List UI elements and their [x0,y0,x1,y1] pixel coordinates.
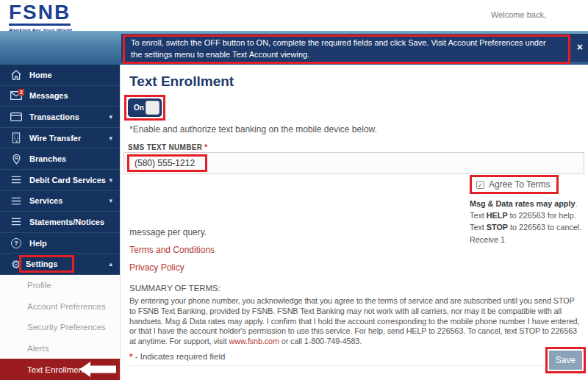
submenu-item-security-preferences[interactable]: Security Preferences [0,317,120,338]
sidebar-item-transactions[interactable]: Transactions ▾ [0,107,120,128]
rates-disclaimer-continued: message per query. [129,227,583,237]
top-header: FSNB Banking For Your World Welcome back… [0,0,588,31]
chevron-up-icon: ▴ [109,260,112,268]
chevron-down-icon: ▾ [109,197,112,204]
sidebar-item-settings[interactable]: ⚙ Settings ▴ [0,254,120,275]
menu-icon [9,176,24,184]
sidebar-item-label: Help [29,239,47,248]
privacy-policy-link[interactable]: Privacy Policy [129,262,184,273]
sidebar-item-wire-transfer[interactable]: Wire Transfer ▾ [0,128,120,149]
menu-icon [9,218,24,226]
enrollment-notice-text: To enroll, switch the OFF button to ON, … [131,37,551,61]
summary-of-terms-heading: SUMMARY OF TERMS: [129,283,583,293]
submenu-item-alerts[interactable]: Alerts [0,338,120,359]
sidebar-item-label: Transactions [29,112,79,121]
logo-text: FSNB [9,2,71,26]
enrollment-toggle[interactable]: On [128,98,162,117]
sidebar-item-help[interactable]: ? Help [0,233,120,254]
annotation-arrow-icon [79,362,116,379]
welcome-text: Welcome back, [491,10,546,19]
map-pin-icon [9,154,24,165]
summary-of-terms-text: By entering your phone number, you ackno… [129,296,583,347]
submenu-item-label: Account Preferences [27,302,106,311]
fsnb-website-link[interactable]: www.fsnb.com [229,337,279,345]
annotation-box-phone: (580) 555-1212 [127,154,207,172]
chevron-down-icon: ▾ [109,113,112,121]
sidebar-item-branches[interactable]: Branches [0,148,120,170]
sidebar-item-label: Home [29,71,52,79]
toggle-knob[interactable] [146,101,159,115]
notification-strip: To enroll, switch the OFF button to ON, … [0,31,588,65]
agree-to-terms-label: Agree To Terms [489,179,551,190]
sidebar-item-label: Services [29,196,62,205]
page-title: Text Enrollment [129,74,234,90]
sidebar-item-label: Wire Transfer [29,134,81,143]
required-asterisk: * [204,143,207,151]
fsnb-logo: FSNB Banking For Your World [9,2,72,34]
sidebar-item-label: Settings [26,259,57,268]
enable-note: *Enable and authorize text banking on th… [129,124,377,135]
home-icon [9,69,24,81]
sidebar-item-label: Debit Card Services [29,176,106,184]
submenu-item-label: Text Enrollment [27,365,85,374]
sms-number-input[interactable]: (580) 555-1212 [123,152,584,174]
submenu-item-label: Profile [27,281,51,290]
sidebar-nav: Home 2 Messages Transactions ▾ Wire Tran… [0,65,120,380]
submenu-item-account-preferences[interactable]: Account Preferences [0,296,120,318]
annotation-box-save: Save [545,347,586,373]
settings-submenu: Profile Account Preferences Security Pre… [0,275,120,380]
sidebar-item-label: Messages [29,91,68,100]
sms-number-label: SMS TEXT NUMBER * [128,143,207,151]
menu-icon [9,197,24,205]
sidebar-item-messages[interactable]: 2 Messages [0,86,120,107]
terms-section: message per query. Terms and Conditions … [129,227,583,366]
annotation-box-settings: Settings [19,255,74,273]
credit-card-icon [9,112,24,121]
sidebar-item-statements-notices[interactable]: Statements/Notices [0,212,120,233]
building-icon [9,132,24,143]
chevron-down-icon: ▾ [109,176,112,184]
annotation-box-toggle: On [124,95,165,121]
sidebar-item-label: Branches [29,154,66,163]
toggle-on-label: On [134,104,144,112]
terms-and-conditions-link[interactable]: Terms and Conditions [129,245,215,255]
required-asterisk: * [129,352,132,361]
main-content: Text Enrollment On *Enable and authorize… [120,65,588,380]
required-field-note: * - Indicates required field [129,351,583,362]
chevron-down-icon: ▾ [109,135,112,142]
help-icon: ? [9,238,24,248]
sidebar-item-services[interactable]: Services ▾ [0,191,120,212]
sidebar-item-debit-card-services[interactable]: Debit Card Services ▾ [0,170,120,191]
enrollment-notice: To enroll, switch the OFF button to ON, … [121,34,588,62]
submenu-item-label: Security Preferences [27,323,106,331]
submenu-item-profile[interactable]: Profile [0,275,120,296]
close-icon[interactable]: × [577,41,583,53]
unread-count-badge: 2 [18,89,24,96]
submenu-item-text-enrollment[interactable]: Text Enrollment [0,359,120,380]
save-button[interactable]: Save [549,351,582,370]
submenu-item-label: Alerts [27,344,49,353]
sidebar-item-home[interactable]: Home [0,65,120,86]
footer-divider [129,365,552,366]
checkbox-checked-icon[interactable]: ✓ [476,181,484,189]
agree-to-terms-checkbox[interactable]: ✓ Agree To Terms [470,175,559,194]
sidebar-item-label: Statements/Notices [29,218,104,226]
